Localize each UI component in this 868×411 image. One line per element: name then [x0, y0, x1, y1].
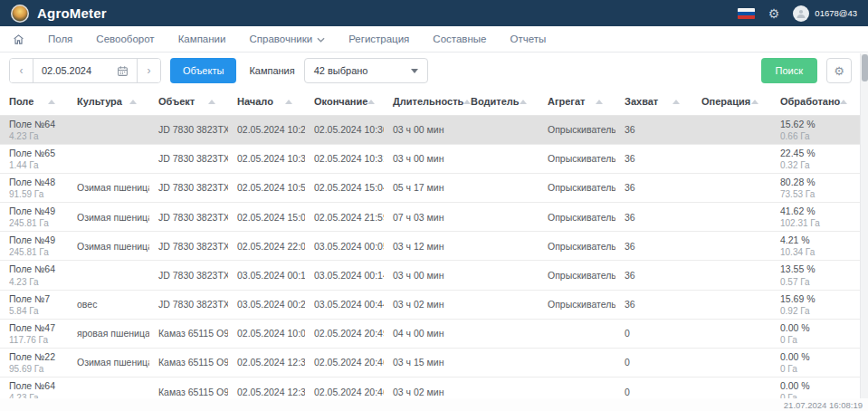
column-header[interactable]: Окончание — [305, 89, 384, 115]
russian-flag-icon[interactable] — [738, 8, 755, 19]
sort-icon[interactable] — [520, 100, 527, 104]
sort-icon[interactable] — [48, 100, 55, 104]
cell-operation — [692, 261, 771, 290]
cell-operation — [692, 378, 771, 398]
cell-end: 02.05.2024 21:59:07 — [305, 203, 384, 232]
topbar-right-group: ⚙ 01678@43 — [738, 5, 857, 22]
column-header-label: Начало — [237, 96, 273, 107]
cell-crop: яровая пшеница — [68, 319, 149, 348]
table-row[interactable]: Поле №64 4.23 Га JD 7830 3823TX 68 02.05… — [0, 115, 860, 144]
records-table: Поле Культура Объект Начало Окончание Дл… — [0, 89, 860, 398]
cell-end: 03.05.2024 00:44:52 — [305, 290, 384, 319]
cell-unit: Опрыскиватель Ama... — [539, 115, 615, 144]
column-header-label: Окончание — [314, 96, 367, 107]
nav-item[interactable]: Справочники — [249, 33, 325, 44]
column-header[interactable]: Обработано — [771, 89, 860, 115]
home-nav-button[interactable] — [13, 33, 24, 45]
table-row[interactable]: Поле №47 117.76 Га яровая пшеница Камаз … — [0, 319, 860, 348]
cell-driver — [462, 378, 539, 398]
column-header[interactable]: Поле — [0, 89, 68, 115]
cell-grab: 0 — [615, 319, 692, 348]
nav-item[interactable]: Кампании — [178, 33, 226, 44]
column-header[interactable]: Начало — [228, 89, 305, 115]
table-row[interactable]: Поле №48 91.59 Га Озимая пшеница JD 7830… — [0, 173, 860, 202]
nav-item[interactable]: Отчеты — [510, 33, 546, 44]
username: 01678@43 — [815, 8, 857, 18]
table-row[interactable]: Поле №64 4.23 Га Камаз 65115 О928МС... 0… — [0, 378, 860, 398]
cell-driver — [462, 203, 539, 232]
column-header[interactable]: Захват — [615, 89, 692, 115]
search-button[interactable]: Поиск — [761, 58, 817, 83]
cell-processed: 0.00 % 0 Га — [771, 348, 860, 377]
records-table-container: Поле Культура Объект Начало Окончание Дл… — [0, 89, 860, 398]
cell-driver — [462, 144, 539, 173]
next-date-button[interactable]: › — [137, 59, 160, 82]
cell-object: Камаз 65115 О928МС... — [149, 378, 228, 398]
vertical-scrollbar[interactable] — [860, 53, 868, 398]
nav-item[interactable]: Поля — [48, 33, 72, 44]
table-row[interactable]: Поле №7 5.84 Га овес JD 7830 3823TX 68 0… — [0, 290, 860, 319]
cell-start: 02.05.2024 10:56:47 — [228, 173, 305, 202]
table-row[interactable]: Поле №65 1.44 Га JD 7830 3823TX 68 02.05… — [0, 144, 860, 173]
cell-operation — [692, 203, 771, 232]
sort-icon[interactable] — [840, 100, 847, 104]
table-settings-button[interactable]: ⚙ — [826, 58, 852, 83]
cell-unit: Опрыскиватель Ama... — [539, 144, 615, 173]
filter-toolbar: ‹ 02.05.2024 › Объекты Кампания 42 выбра… — [0, 53, 868, 89]
cell-crop: Озимая пшеница — [68, 348, 149, 377]
sort-icon[interactable] — [208, 100, 215, 104]
cell-object: Камаз 65115 О928МС... — [149, 348, 228, 377]
sort-icon[interactable] — [751, 100, 758, 104]
column-header[interactable]: Длительность — [384, 89, 462, 115]
sort-icon[interactable] — [367, 100, 375, 104]
cell-operation — [692, 319, 771, 348]
nav-item-label: Поля — [48, 33, 72, 44]
app-title: AgroMeter — [37, 5, 107, 21]
cell-field: Поле №64 4.23 Га — [0, 261, 68, 290]
sort-icon[interactable] — [285, 100, 292, 104]
cell-processed: 15.69 % 0.92 Га — [771, 290, 860, 319]
objects-button[interactable]: Объекты — [170, 58, 236, 83]
cell-start: 02.05.2024 22:00:35 — [228, 232, 305, 261]
cell-end: 03.05.2024 00:14:55 — [305, 261, 384, 290]
prev-date-button[interactable]: ‹ — [10, 59, 33, 82]
cell-end: 02.05.2024 15:04:38 — [305, 173, 384, 202]
main-nav: Поля Севооборот Кампании Справочники Рег… — [0, 26, 868, 53]
cell-grab: 36 — [615, 115, 692, 144]
nav-item[interactable]: Регистрация — [348, 33, 409, 44]
scrollbar-thumb[interactable] — [862, 54, 868, 81]
column-header[interactable]: Объект — [149, 89, 228, 115]
table-row[interactable]: Поле №49 245.81 Га Озимая пшеница JD 783… — [0, 232, 860, 261]
calendar-icon[interactable] — [117, 65, 129, 77]
nav-item[interactable]: Составные — [433, 33, 486, 44]
cell-processed: 4.21 % 10.34 Га — [771, 232, 860, 261]
cell-field: Поле №48 91.59 Га — [0, 173, 68, 202]
user-menu[interactable]: 01678@43 — [793, 5, 857, 22]
cell-field: Поле №64 4.23 Га — [0, 115, 68, 144]
cell-unit — [539, 348, 615, 377]
column-header[interactable]: Водитель — [462, 89, 539, 115]
column-header[interactable]: Операция — [692, 89, 771, 115]
cell-duration: 03 ч 12 мин — [384, 232, 462, 261]
table-header: Поле Культура Объект Начало Окончание Дл… — [0, 89, 860, 115]
nav-items: Поля Севооборот Кампании Справочники Рег… — [48, 33, 546, 44]
table-row[interactable]: Поле №64 4.23 Га JD 7830 3823TX 68 03.05… — [0, 261, 860, 290]
column-header[interactable]: Культура — [68, 89, 149, 115]
sort-icon[interactable] — [672, 100, 680, 104]
cell-end: 02.05.2024 20:46:13 — [305, 348, 384, 377]
cell-duration: 03 ч 02 мин — [384, 290, 462, 319]
column-header[interactable]: Агрегат — [539, 89, 615, 115]
app-window: AgroMeter ⚙ 01678@43 Поля — [0, 0, 868, 411]
sort-icon[interactable] — [129, 100, 137, 104]
nav-item[interactable]: Севооборот — [96, 33, 154, 44]
table-row[interactable]: Поле №49 245.81 Га Озимая пшеница JD 783… — [0, 203, 860, 232]
cell-grab: 0 — [615, 348, 692, 377]
table-row[interactable]: Поле №22 95.69 Га Озимая пшеница Камаз 6… — [0, 348, 860, 377]
date-input[interactable]: 02.05.2024 — [33, 59, 137, 82]
sort-icon[interactable] — [596, 100, 603, 104]
cell-operation — [692, 115, 771, 144]
cell-grab: 36 — [615, 290, 692, 319]
campaign-select[interactable]: 42 выбрано — [304, 58, 428, 83]
settings-gear-icon[interactable]: ⚙ — [768, 7, 780, 20]
home-icon — [13, 33, 24, 45]
